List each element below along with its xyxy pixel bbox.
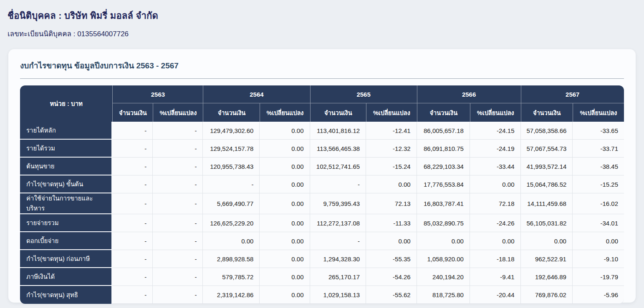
change-cell: -	[153, 122, 203, 140]
change-cell: -24.15	[470, 122, 521, 140]
change-cell: 0.00	[470, 232, 521, 250]
amount-cell: 102,512,741.65	[310, 158, 366, 175]
change-cell: 72.18	[470, 193, 521, 214]
row-label: รายได้รวม	[20, 140, 112, 158]
change-cell: 0.00	[366, 175, 417, 193]
row-label: ค่าใช้จ่ายในการขายและบริหาร	[20, 193, 112, 214]
change-cell: -55.35	[366, 250, 417, 268]
change-cell: 0.00	[573, 232, 624, 250]
income-statement-table: หน่วย : บาท 2563 2564 2565 2566 2567 จำน…	[20, 85, 624, 304]
change-cell: -20.44	[470, 286, 521, 304]
change-cell: -15.25	[573, 175, 624, 193]
amount-cell: 86,005,657.18	[417, 122, 470, 140]
change-cell: -	[153, 268, 203, 286]
change-cell: -5.96	[573, 286, 624, 304]
table-row: กำไร(ขาดทุน) ก่อนภาษี--2,898,928.580.001…	[20, 250, 624, 268]
change-cell: -	[153, 193, 203, 214]
row-label: ภาษีเงินได้	[20, 268, 112, 286]
amount-cell: 57,058,358.66	[521, 122, 573, 140]
change-header-2565: %เปลี่ยนแปลง	[366, 103, 417, 122]
amount-cell: 0.00	[417, 232, 470, 250]
amount-cell: 129,524,157.78	[203, 140, 260, 158]
change-cell: -11.33	[366, 214, 417, 232]
table-row: รายได้หลัก--129,479,302.600.00113,401,81…	[20, 122, 624, 140]
table-row: รายจ่ายรวม--126,625,229.200.00112,272,13…	[20, 214, 624, 232]
row-label: กำไร(ขาดทุน) ก่อนภาษี	[20, 250, 112, 268]
change-cell: 0.00	[260, 268, 310, 286]
change-cell: -9.41	[470, 268, 521, 286]
card-title: งบกำไรขาดทุน ข้อมูลปีงบการเงิน 2563 - 25…	[20, 59, 624, 72]
amount-header-2563: จำนวนเงิน	[112, 103, 153, 122]
table-row: ดอกเบี้ยจ่าย--0.000.00-0.000.000.000.000…	[20, 232, 624, 250]
amount-cell: 86,091,810.75	[417, 140, 470, 158]
change-cell: -15.24	[366, 158, 417, 175]
change-cell: -19.79	[573, 268, 624, 286]
amount-cell: -	[203, 175, 260, 193]
amount-cell: 192,646.89	[521, 268, 573, 286]
change-cell: -	[153, 286, 203, 304]
change-cell: 0.00	[260, 286, 310, 304]
amount-cell: 0.00	[203, 232, 260, 250]
amount-cell: 16,803,787.41	[417, 193, 470, 214]
change-cell: -33.65	[573, 122, 624, 140]
change-cell: 0.00	[260, 193, 310, 214]
change-cell: -34.01	[573, 214, 624, 232]
amount-cell: 68,229,103.34	[417, 158, 470, 175]
table-header: หน่วย : บาท 2563 2564 2565 2566 2567 จำน…	[20, 85, 624, 122]
row-label: รายจ่ายรวม	[20, 214, 112, 232]
table-row: ภาษีเงินได้--579,785.720.00265,170.17-54…	[20, 268, 624, 286]
change-cell: -	[153, 140, 203, 158]
change-cell: -38.45	[573, 158, 624, 175]
amount-cell: -	[112, 140, 153, 158]
change-cell: 0.00	[260, 122, 310, 140]
change-cell: -33.71	[573, 140, 624, 158]
amount-cell: -	[310, 175, 366, 193]
table-row: กำไร(ขาดทุน) ขั้นต้น---0.00-0.0017,776,5…	[20, 175, 624, 193]
change-cell: 0.00	[260, 158, 310, 175]
year-header-row: หน่วย : บาท 2563 2564 2565 2566 2567	[20, 85, 624, 103]
row-label: กำไร(ขาดทุน) ขั้นต้น	[20, 175, 112, 193]
change-header-2566: %เปลี่ยนแปลง	[470, 103, 521, 122]
table-row: ค่าใช้จ่ายในการขายและบริหาร--5,669,490.7…	[20, 193, 624, 214]
change-cell: -12.32	[366, 140, 417, 158]
change-cell: -18.18	[470, 250, 521, 268]
change-cell: 72.13	[366, 193, 417, 214]
table-row: รายได้รวม--129,524,157.780.00113,566,465…	[20, 140, 624, 158]
amount-cell: -	[112, 250, 153, 268]
year-header-2564: 2564	[203, 85, 310, 103]
amount-header-2566: จำนวนเงิน	[417, 103, 470, 122]
amount-cell: -	[112, 268, 153, 286]
change-cell: -	[153, 214, 203, 232]
unit-header-cell: หน่วย : บาท	[20, 85, 112, 122]
amount-cell: -	[112, 286, 153, 304]
amount-cell: -	[112, 158, 153, 175]
amount-cell: -	[112, 193, 153, 214]
amount-cell: 1,058,920.00	[417, 250, 470, 268]
change-cell: -	[153, 250, 203, 268]
amount-cell: 818,725.80	[417, 286, 470, 304]
amount-cell: 2,319,142.86	[203, 286, 260, 304]
change-cell: -9.10	[573, 250, 624, 268]
amount-cell: 2,898,928.58	[203, 250, 260, 268]
change-cell: 0.00	[260, 175, 310, 193]
amount-cell: 5,669,490.77	[203, 193, 260, 214]
amount-header-2564: จำนวนเงิน	[203, 103, 260, 122]
amount-cell: -	[112, 214, 153, 232]
amount-cell: 57,067,554.73	[521, 140, 573, 158]
table-row: ต้นทุนขาย--120,955,738.430.00102,512,741…	[20, 158, 624, 175]
change-cell: 0.00	[470, 175, 521, 193]
year-header-2563: 2563	[112, 85, 203, 103]
amount-cell: 265,170.17	[310, 268, 366, 286]
change-cell: 0.00	[260, 232, 310, 250]
change-header-2564: %เปลี่ยนแปลง	[260, 103, 310, 122]
amount-cell: 126,625,229.20	[203, 214, 260, 232]
change-cell: -	[153, 175, 203, 193]
row-label: ดอกเบี้ยจ่าย	[20, 232, 112, 250]
amount-cell: 769,876.02	[521, 286, 573, 304]
year-header-2567: 2567	[521, 85, 624, 103]
amount-cell: 962,522.91	[521, 250, 573, 268]
row-label: รายได้หลัก	[20, 122, 112, 140]
change-cell: 0.00	[260, 140, 310, 158]
row-label: กำไร(ขาดทุน) สุทธิ	[20, 286, 112, 304]
table-body: รายได้หลัก--129,479,302.600.00113,401,81…	[20, 122, 624, 304]
